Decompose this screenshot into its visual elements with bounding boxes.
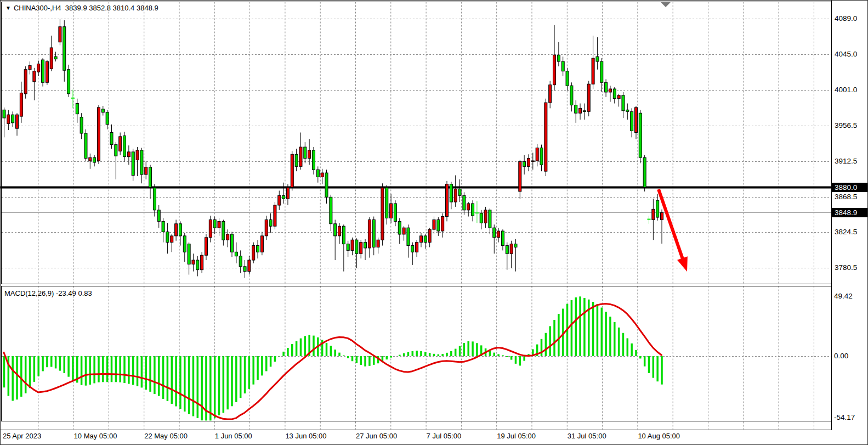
candle <box>540 145 543 172</box>
candle <box>175 219 178 240</box>
candle <box>411 243 414 265</box>
hline-price-label: 3880.0 <box>832 183 868 192</box>
time-axis-label: 19 Jul 05:00 <box>497 432 536 440</box>
symbol-ohlc-bar: ▼CHINA300-,H4 3839.9 3852.8 3810.4 3848.… <box>5 4 158 12</box>
candle <box>351 238 354 255</box>
symbol-dropdown-icon[interactable]: ▼ <box>5 5 11 11</box>
macd-name: MACD(12,26,9) <box>4 289 54 297</box>
candle <box>110 125 113 149</box>
candle <box>149 165 152 199</box>
candle <box>549 81 552 108</box>
candle <box>347 241 349 257</box>
price-axis-tick: 3824.5 <box>835 228 857 236</box>
candle <box>171 234 173 252</box>
candle <box>201 252 203 273</box>
candle <box>596 37 599 70</box>
candle <box>467 202 470 216</box>
candle <box>136 147 139 176</box>
candle <box>566 68 569 91</box>
candle <box>355 238 358 268</box>
candle <box>609 86 611 102</box>
candle <box>617 94 620 107</box>
macd-axis-tick: 0.00 <box>834 352 848 360</box>
macd-axis-tick: 49.42 <box>834 292 853 300</box>
chart-window: ▼CHINA300-,H4 3839.9 3852.8 3810.4 3848.… <box>0 0 868 445</box>
candle <box>71 90 74 109</box>
candle <box>325 170 328 204</box>
candle <box>330 195 332 231</box>
candle <box>394 200 396 226</box>
candle <box>605 79 608 97</box>
symbol-ohlc-values: 3839.9 3852.8 3810.4 3848.9 <box>65 4 158 12</box>
candle <box>226 229 229 247</box>
candle <box>583 104 586 120</box>
candle <box>16 113 19 136</box>
candle <box>295 149 298 171</box>
time-axis-label: 13 Jun 05:00 <box>285 432 326 440</box>
candle <box>446 181 449 222</box>
candle <box>213 217 216 234</box>
candle <box>458 179 461 202</box>
candle <box>450 182 452 209</box>
candle <box>622 92 625 118</box>
candle <box>592 36 594 89</box>
time-axis-label: 27 Jun 05:00 <box>356 432 397 440</box>
candle <box>514 239 517 272</box>
candle <box>321 169 324 184</box>
candle <box>3 108 5 137</box>
candle <box>656 194 659 221</box>
candle <box>454 176 457 207</box>
candle <box>544 99 547 176</box>
candle <box>553 25 556 91</box>
candle <box>24 66 27 99</box>
candle <box>484 207 487 228</box>
time-axis-label: 22 May 05:00 <box>144 432 188 440</box>
candle <box>299 133 302 170</box>
macd-axis-tick: -54.17 <box>834 413 855 421</box>
candle <box>218 218 220 236</box>
candle <box>179 221 181 245</box>
candle <box>398 218 401 244</box>
candle <box>54 52 57 61</box>
candle <box>493 224 496 254</box>
candle <box>372 217 375 256</box>
candle <box>304 142 307 163</box>
candle <box>183 233 186 262</box>
candle <box>291 151 293 190</box>
candle <box>600 58 603 92</box>
candle <box>46 60 48 85</box>
candle <box>274 202 276 229</box>
candle <box>557 42 560 66</box>
time-axis-label: 10 Aug 05:00 <box>638 432 680 440</box>
candle <box>360 240 362 258</box>
candle <box>67 65 70 97</box>
candle <box>441 213 444 238</box>
macd-histogram <box>4 296 662 420</box>
candle <box>634 106 637 139</box>
candle <box>20 82 22 123</box>
candle <box>196 256 199 277</box>
price-axis-tick: 4089.0 <box>835 14 857 22</box>
candle <box>480 210 483 229</box>
candle <box>626 104 629 120</box>
candle <box>381 183 384 245</box>
candle <box>12 111 14 127</box>
candle <box>33 68 36 100</box>
candle <box>489 209 491 234</box>
candle <box>59 19 61 46</box>
candle <box>286 184 289 205</box>
price-axis-tick: 4045.0 <box>835 50 857 58</box>
candle <box>402 226 405 240</box>
candle <box>501 229 504 250</box>
macd-values: -23.49 0.83 <box>56 289 92 297</box>
scroll-marker-icon[interactable] <box>661 2 671 7</box>
candle <box>188 243 190 275</box>
candle <box>463 192 466 215</box>
candle <box>419 233 422 247</box>
candle <box>639 110 642 163</box>
candle <box>342 224 345 271</box>
chart-canvas[interactable] <box>1 1 868 445</box>
candle <box>119 133 122 155</box>
candle <box>192 254 195 271</box>
candle <box>364 239 367 260</box>
